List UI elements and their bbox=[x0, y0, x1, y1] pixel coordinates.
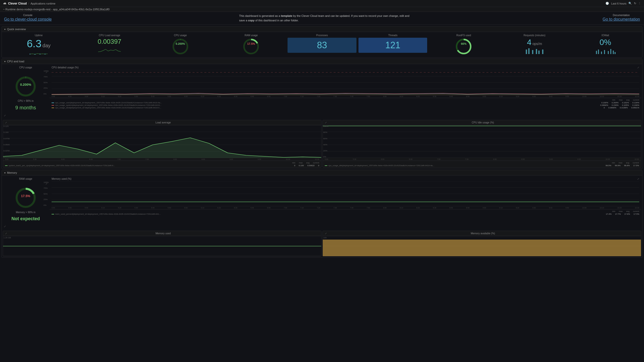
ram-gauge-value: 17.5% bbox=[247, 42, 255, 45]
mem-threshold-label: Memory > 90% in bbox=[16, 211, 35, 214]
overview-rootfs: RootFS used 66% bbox=[429, 34, 498, 55]
cpu-legend-row-1: cpu_usage_system[deployment_id=deploymen… bbox=[52, 104, 639, 106]
memory-section-header[interactable]: Memory bbox=[2, 170, 642, 175]
quick-overview-header[interactable]: Quick overview bbox=[2, 27, 642, 32]
load-legend-color bbox=[5, 165, 8, 166]
mem-used-abs-title: Memory used bbox=[155, 232, 171, 235]
overview-threads: Threads 121 bbox=[358, 34, 427, 55]
ram-gauge-main-value: 17.5% bbox=[14, 194, 37, 198]
time-label[interactable]: Last 6 hours bbox=[611, 2, 626, 5]
legend-vals-1: 0.0668%0.150%0.105%0.190% bbox=[600, 104, 639, 106]
idle-legend-color bbox=[325, 165, 327, 166]
load-legend-label: system_load1_per_cpu[deployment_id=deplo… bbox=[9, 164, 115, 167]
svg-marker-41 bbox=[3, 138, 321, 158]
cpu-gauge-main-value: 0.200% bbox=[14, 83, 37, 86]
legend-color-1 bbox=[52, 105, 54, 106]
cpu-chart-expand[interactable]: ⤢ bbox=[637, 66, 639, 69]
expand-icon-2[interactable]: ⤢ bbox=[4, 114, 6, 117]
mem-chart-expand[interactable]: ⤢ bbox=[637, 177, 639, 180]
legend-label-2: cpu_usage_steal[deployment_id=deployment… bbox=[55, 107, 161, 109]
cpu-legend: minmaxavgcurrent cpu_usage_user[deployme… bbox=[50, 98, 641, 110]
cpu-section-label: CPU and load bbox=[7, 60, 24, 63]
mem-right-panel: Memory used (%) ⤢ 100%75%50%25%0% bbox=[50, 175, 642, 230]
mem-chart-header: Memory used (%) ⤢ bbox=[50, 176, 641, 181]
mem-legend-label: mem_used_percent[deployment_id=deploymen… bbox=[55, 213, 161, 215]
refresh-icon[interactable]: ↻ bbox=[634, 2, 636, 5]
console-link[interactable]: Go to clever-cloud console bbox=[4, 17, 52, 22]
legend-vals-0: 0.100%0.284%0.152%0.134% bbox=[601, 102, 639, 104]
rootfs-label: RootFS used bbox=[456, 34, 471, 37]
memory-section-body: RAM usage ⤢ 17.5% Memory > 90% in Not ex… bbox=[2, 175, 642, 230]
copy-bold: copy bbox=[248, 19, 255, 22]
cpu-gauge-value: 0.200% bbox=[176, 42, 185, 45]
memory-section: Memory RAM usage ⤢ 17.5% Memory > 90% in… bbox=[2, 170, 642, 258]
mem-avail-title: Memory available (%) bbox=[471, 232, 495, 235]
mem-avail-y-label: 100 bbox=[323, 237, 327, 239]
app-logo: Clever Cloud bbox=[3, 2, 27, 5]
load-legend-row: minmaxavgcurrent system_load1_per_cpu[de… bbox=[3, 161, 321, 167]
legend-label-1: cpu_usage_system[deployment_id=deploymen… bbox=[55, 104, 162, 106]
load-avg-header: ⤢ Load average bbox=[3, 120, 321, 125]
ram-usage-label: RAM usage bbox=[245, 34, 258, 37]
links-row: Console Go to clever-cloud console This … bbox=[0, 12, 644, 25]
runtime-bar: ~ Runtime demo-nodejs-mongodb-rest - app… bbox=[0, 7, 644, 12]
cpu-section-body: CPU usage ⤢ 0.200% CPU > 90% in 9 months… bbox=[2, 64, 642, 119]
iowait-sparkline bbox=[594, 47, 617, 55]
cpu-usage-label: CPU usage bbox=[174, 34, 187, 37]
rootfs-gauge-value: 66% bbox=[461, 42, 466, 45]
cpu-x-axis: 4:404:505:005:105:205:305:405:506:006:10… bbox=[50, 95, 641, 98]
svg-marker-64 bbox=[323, 240, 641, 256]
svg-rect-24 bbox=[610, 49, 611, 54]
topbar: Clever Cloud / Applications runtime 🕐 La… bbox=[0, 0, 644, 7]
topbar-title: Applications runtime bbox=[30, 2, 55, 5]
docs-link[interactable]: Go to documentation bbox=[602, 17, 640, 22]
svg-point-0 bbox=[29, 54, 30, 55]
mem-expand-icon-2[interactable]: ⤢ bbox=[4, 225, 6, 228]
mem-avail-expand[interactable]: ⤢ bbox=[325, 232, 327, 235]
topbar-left: Clever Cloud / Applications runtime bbox=[3, 2, 55, 5]
svg-rect-17 bbox=[538, 51, 540, 54]
mem-x-axis: 4:404:505:005:105:205:305:405:506:006:10… bbox=[50, 206, 641, 209]
svg-rect-16 bbox=[536, 49, 537, 54]
console-link-block: Console Go to clever-cloud console bbox=[4, 14, 52, 22]
idle-expand-icon[interactable]: ⤢ bbox=[325, 121, 327, 124]
mem-avail-chart: 100 bbox=[323, 236, 641, 256]
iowait-label: IOWait bbox=[601, 34, 609, 37]
svg-point-27 bbox=[17, 77, 35, 96]
cpu-legend-row-0: cpu_usage_user[deployment_id=deployment_… bbox=[52, 102, 639, 104]
cpu-section-header[interactable]: CPU and load bbox=[2, 59, 642, 64]
memory-section-label: Memory bbox=[7, 171, 17, 174]
docs-label: Documentation bbox=[602, 14, 640, 17]
cpu-usage-panel-label: CPU usage bbox=[19, 66, 32, 69]
uptime-label: Uptime bbox=[35, 34, 43, 37]
clock-icon: 🕐 bbox=[606, 2, 609, 5]
cpu-idle-panel: ⤢ CPU Idle usage (%) 100%80%60%40%20%0% bbox=[323, 120, 641, 168]
overview-cpu-load: CPU Load average 0.00397 bbox=[75, 34, 144, 55]
warning-block: This dashboard is generated as a templat… bbox=[239, 14, 415, 23]
mem-used-chart: 100%75%50%25%0% bbox=[52, 181, 639, 206]
mem-used-abs-header: ⤢ Memory used bbox=[3, 231, 321, 236]
load-avg-panel: ⤢ Load average 0.1250.1000.07500. bbox=[3, 120, 321, 168]
mem-bottom-row: ⤢ Memory used 1.25 GB ⤢ Memory available… bbox=[2, 230, 642, 257]
svg-rect-20 bbox=[598, 50, 599, 54]
search-icon[interactable]: 🔍 bbox=[628, 2, 632, 5]
svg-rect-26 bbox=[615, 52, 616, 54]
uptime-unit: day bbox=[43, 43, 51, 49]
mem-legend-vals: 17.4%17.7%17.6%17.5% bbox=[606, 213, 639, 215]
requests-value: 4 bbox=[527, 38, 532, 47]
mem-legend-header: minmaxavgcurrent bbox=[52, 210, 639, 212]
legend-color-2 bbox=[52, 108, 54, 108]
cpu-gauge-wrap: 0.200% bbox=[172, 38, 189, 54]
processes-label: Processes bbox=[316, 34, 328, 37]
mem-y-labels: 100%75%50%25%0% bbox=[44, 181, 49, 206]
cpu-main-gauge: 0.200% bbox=[14, 75, 37, 97]
cpu-chart-header: CPU detailed usage (%) ⤢ bbox=[50, 65, 641, 70]
mem-legend: minmaxavgcurrent mem_used_percent[deploy… bbox=[50, 209, 641, 216]
processes-value: 83 bbox=[317, 40, 327, 51]
more-icon[interactable]: ⋮ bbox=[638, 2, 641, 5]
mem-used-abs-panel: ⤢ Memory used 1.25 GB bbox=[3, 231, 321, 256]
mem-used-abs-expand[interactable]: ⤢ bbox=[5, 232, 7, 235]
cpu-detailed-chart: 100%75%50%25%0% bbox=[52, 70, 639, 95]
mem-avail-panel: ⤢ Memory available (%) 100 bbox=[323, 231, 641, 256]
load-expand-icon[interactable]: ⤢ bbox=[5, 121, 7, 124]
